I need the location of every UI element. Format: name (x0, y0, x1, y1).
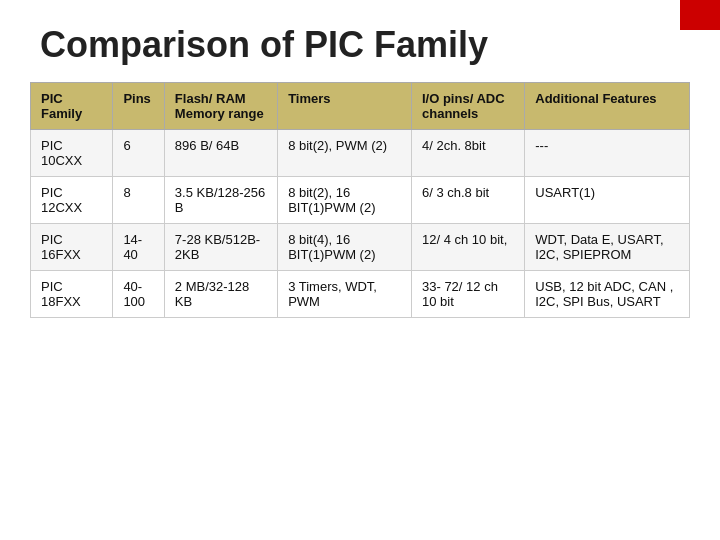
cell-timers-1: 8 bit(2), 16 BIT(1)PWM (2) (278, 177, 412, 224)
cell-additional-0: --- (525, 130, 690, 177)
cell-family-0: PIC 10CXX (31, 130, 113, 177)
cell-timers-2: 8 bit(4), 16 BIT(1)PWM (2) (278, 224, 412, 271)
header-additional: Additional Features (525, 83, 690, 130)
cell-flash-1: 3.5 KB/128-256 B (164, 177, 277, 224)
corner-decoration (680, 0, 720, 30)
cell-flash-2: 7-28 KB/512B-2KB (164, 224, 277, 271)
table-row: PIC 18FXX40-1002 MB/32-128 KB3 Timers, W… (31, 271, 690, 318)
page-title: Comparison of PIC Family (0, 0, 720, 82)
cell-additional-3: USB, 12 bit ADC, CAN , I2C, SPI Bus, USA… (525, 271, 690, 318)
cell-additional-1: USART(1) (525, 177, 690, 224)
cell-flash-0: 896 B/ 64B (164, 130, 277, 177)
cell-io-2: 12/ 4 ch 10 bit, (411, 224, 524, 271)
header-io: I/O pins/ ADC channels (411, 83, 524, 130)
cell-pins-2: 14-40 (113, 224, 164, 271)
table-row: PIC 10CXX6896 B/ 64B8 bit(2), PWM (2)4/ … (31, 130, 690, 177)
cell-pins-3: 40-100 (113, 271, 164, 318)
table-row: PIC 12CXX83.5 KB/128-256 B8 bit(2), 16 B… (31, 177, 690, 224)
cell-io-3: 33- 72/ 12 ch 10 bit (411, 271, 524, 318)
cell-family-2: PIC 16FXX (31, 224, 113, 271)
header-flash: Flash/ RAM Memory range (164, 83, 277, 130)
cell-io-0: 4/ 2ch. 8bit (411, 130, 524, 177)
comparison-table-container: PIC Family Pins Flash/ RAM Memory range … (0, 82, 720, 318)
cell-pins-0: 6 (113, 130, 164, 177)
comparison-table: PIC Family Pins Flash/ RAM Memory range … (30, 82, 690, 318)
table-row: PIC 16FXX14-407-28 KB/512B-2KB8 bit(4), … (31, 224, 690, 271)
cell-timers-3: 3 Timers, WDT, PWM (278, 271, 412, 318)
header-family: PIC Family (31, 83, 113, 130)
cell-io-1: 6/ 3 ch.8 bit (411, 177, 524, 224)
cell-family-1: PIC 12CXX (31, 177, 113, 224)
header-timers: Timers (278, 83, 412, 130)
cell-timers-0: 8 bit(2), PWM (2) (278, 130, 412, 177)
table-header-row: PIC Family Pins Flash/ RAM Memory range … (31, 83, 690, 130)
cell-pins-1: 8 (113, 177, 164, 224)
cell-additional-2: WDT, Data E, USART, I2C, SPIEPROM (525, 224, 690, 271)
cell-family-3: PIC 18FXX (31, 271, 113, 318)
cell-flash-3: 2 MB/32-128 KB (164, 271, 277, 318)
header-pins: Pins (113, 83, 164, 130)
